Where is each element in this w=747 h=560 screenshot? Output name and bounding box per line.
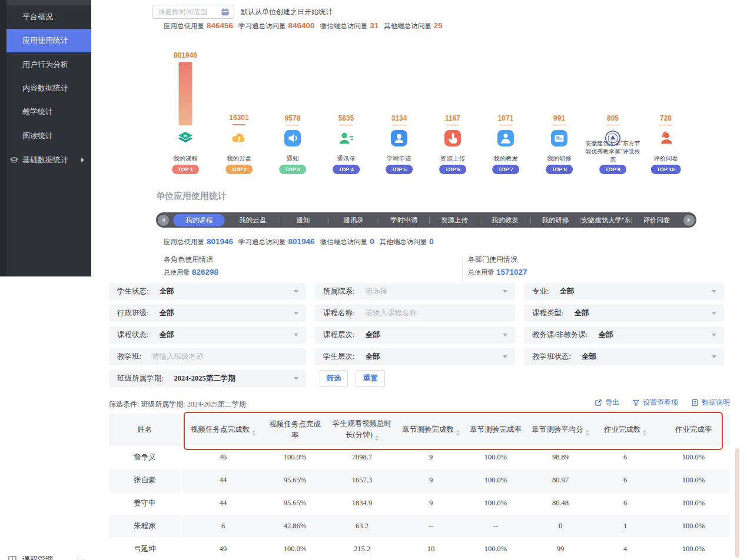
bar-value: 728	[636, 114, 695, 122]
app-label: 评价问卷	[638, 155, 694, 163]
top-badge: TOP 5	[386, 165, 413, 174]
filter-student-level[interactable]: 学生层次:全部	[315, 348, 515, 365]
app-label: 我的课程	[157, 155, 214, 163]
app-label: 我的云盘	[211, 155, 267, 163]
filter-admin-class[interactable]: 行政班级:全部	[109, 305, 306, 322]
tab-teacher-dev[interactable]: 我的教发	[480, 214, 530, 226]
training-card-icon	[550, 129, 568, 147]
table-row: 姜守申4495.65%1834.99100.0%80.486100.0%	[109, 492, 730, 515]
dropdown-arrow-icon	[503, 290, 507, 293]
col-header-video-watch-minutes[interactable]: 学生观看视频总时长(分钟)	[326, 418, 398, 441]
export-icon	[595, 399, 602, 406]
chart-column: 16301 我的云盘 TOP 2	[213, 53, 265, 178]
sidebar-scroll-strip	[6, 0, 91, 5]
upload-hand-icon	[444, 129, 462, 147]
tab-my-courses[interactable]: 我的课程	[173, 214, 225, 226]
chart-column: 9578 通知 TOP 3	[267, 53, 318, 178]
sidebar-item-basic-data-stats[interactable]: 基础数据统计	[6, 148, 91, 172]
chart-column: 728 评价问卷 TOP 10	[640, 53, 692, 178]
tab-evaluation[interactable]: 评价问卷	[631, 214, 682, 226]
sidebar-item-user-behavior[interactable]: 用户行为分析	[6, 53, 91, 76]
filter-student-status[interactable]: 学生状态:全部	[109, 283, 306, 300]
sort-icon	[586, 430, 589, 436]
speaker-icon	[284, 129, 301, 147]
sidebar-item-platform-overview[interactable]: 平台概况	[6, 5, 91, 29]
filter-course-name[interactable]: 课程名称:请输入课程名称	[315, 305, 515, 322]
filter-class-semester[interactable]: 班级所属学期:2024-2025第二学期	[109, 370, 306, 387]
filter-condition-text: 筛选条件: 班级所属学期: 2024-2025第二学期	[109, 399, 246, 409]
app-label: 安徽建筑大学“东方节能优秀教学奖”评选投票	[585, 139, 641, 164]
chart-column: 991 我的研修 TOP 8	[533, 53, 585, 178]
bar	[393, 125, 406, 126]
bar	[659, 125, 673, 126]
filter-course-level[interactable]: 课程层次:全部	[315, 326, 515, 344]
table-header-row: 姓名 视频任务点完成数 视频任务点完成率 学生观看视频总时长(分钟) 章节测验完…	[109, 414, 730, 446]
top-badge: TOP 3	[279, 165, 306, 174]
sidebar-item-reading-stats[interactable]: 阅读统计	[6, 124, 91, 148]
tab-resource-upload[interactable]: 资源上传	[429, 214, 480, 226]
top-badge: TOP 1	[172, 165, 199, 174]
table-actions: 导出 设置查看项 数据说明	[595, 398, 730, 408]
tab-credit-hours[interactable]: 学时申请	[379, 214, 429, 226]
export-link[interactable]: 导出	[595, 398, 619, 408]
tab-my-cloud[interactable]: 我的云盘	[227, 214, 278, 226]
filter-academic-course[interactable]: 教务课/非教务课:全部	[524, 326, 724, 344]
arrow-left-icon	[162, 218, 165, 222]
tab-contacts[interactable]: 通讯录	[328, 214, 379, 226]
bar-value: 16301	[210, 114, 268, 122]
tab-university-award[interactable]: 安徽建筑大学“东	[580, 214, 631, 226]
dropdown-arrow-icon	[294, 377, 298, 380]
dropdown-arrow-icon	[294, 334, 298, 336]
filter-course-status[interactable]: 课程状态:全部	[109, 326, 306, 344]
bar	[340, 125, 353, 126]
role-usage-panel: 各角色使用情况 总使用量826298	[164, 255, 218, 277]
table-row: 张自豪4495.65%1657.39100.0%80.976100.0%	[109, 469, 730, 492]
table-row: 朱程家642.86%63.2----01100.0%	[109, 515, 730, 538]
top-badge: TOP 2	[225, 165, 253, 174]
chart-column: 1071 我的教发 TOP 7	[480, 53, 532, 178]
sidebar-item-app-usage-stats[interactable]: 应用使用统计	[6, 29, 91, 52]
bar-value: 1167	[423, 114, 482, 122]
tab-my-training[interactable]: 我的研修	[530, 214, 581, 226]
app-label: 学时申请	[371, 155, 427, 163]
sidebar-item-content-data[interactable]: 内容数据统计	[6, 76, 91, 100]
filter-button[interactable]: 筛选	[320, 370, 348, 387]
filter-course-type[interactable]: 课程类型:全部	[524, 305, 724, 322]
bar-value: 5835	[317, 114, 376, 122]
table-row: 弓延坤49100.0%215.210100.0%994100.0%	[109, 538, 730, 560]
reset-button[interactable]: 重置	[356, 370, 385, 387]
sidebar-item-course-management[interactable]: 课程管理	[0, 550, 91, 560]
date-range-input[interactable]: 请选择时间范围	[152, 5, 234, 19]
col-header-video-tasks-done[interactable]: 视频任务点完成数	[182, 424, 264, 436]
data-description-link[interactable]: 数据说明	[691, 398, 730, 408]
dropdown-arrow-icon	[712, 334, 716, 336]
filter-major[interactable]: 专业:全部	[524, 283, 724, 300]
col-header-quiz-avg[interactable]: 章节测验平均分	[527, 424, 593, 436]
tab-scroll-right-button[interactable]	[683, 215, 695, 226]
app-label: 通知	[264, 155, 321, 163]
summary-stats-line: 应用总使用量846456 学习通总访问量846400 微信端总访问量31 其他端…	[164, 21, 448, 31]
dropdown-arrow-icon	[294, 312, 298, 315]
tab-notifications[interactable]: 通知	[278, 214, 328, 226]
col-header-quiz-done[interactable]: 章节测验完成数	[398, 424, 464, 436]
sort-icon	[643, 430, 646, 436]
sidebar-item-teaching-stats[interactable]: 教学统计	[6, 100, 91, 124]
bar	[286, 125, 300, 126]
cloud-icon	[230, 129, 248, 147]
dropdown-arrow-icon	[503, 355, 507, 358]
filter-department[interactable]: 所属院系:请选择	[315, 283, 515, 300]
bar	[446, 125, 460, 126]
col-header-homework-done[interactable]: 作业完成数	[593, 424, 657, 436]
calendar-icon	[221, 8, 230, 16]
filter-teaching-class[interactable]: 教学班:请输入班级名称	[109, 348, 306, 365]
vertical-scrollbar[interactable]	[735, 448, 739, 558]
top-badge: TOP 9	[599, 165, 626, 174]
bar-value: 805	[583, 114, 642, 122]
filter-teaching-class-status[interactable]: 教学班状态:全部	[524, 348, 724, 365]
dropdown-arrow-icon	[712, 355, 716, 358]
set-view-columns-link[interactable]: 设置查看项	[632, 398, 678, 408]
unit-stats-line: 应用总使用量801946 学习通总访问量801946 微信端总访问量0 其他端总…	[164, 237, 439, 246]
date-range-placeholder: 请选择时间范围	[158, 7, 221, 17]
tab-scroll-left-button[interactable]	[158, 215, 169, 226]
sidebar-light: 课程管理 用户管理 组织架构 系统统计 课程统计 教学统计 学习统计 选课统计 …	[0, 276, 91, 560]
